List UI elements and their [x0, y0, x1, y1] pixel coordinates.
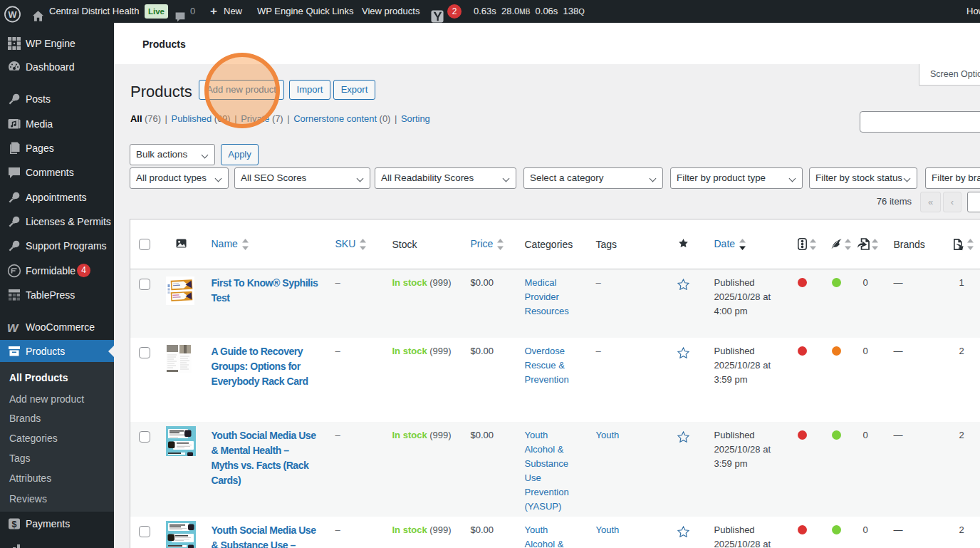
svg-text:$: $: [12, 519, 17, 529]
svg-text:W: W: [9, 10, 17, 20]
